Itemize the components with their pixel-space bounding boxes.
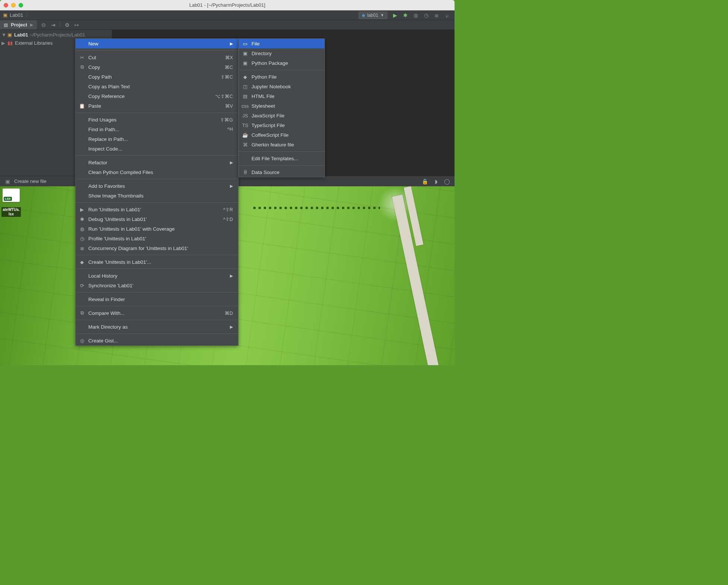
ctx-local-history[interactable]: Local History▶ — [76, 271, 238, 281]
ctx-run-unittests-in-lab01-with-coverage[interactable]: ◍Run 'Unittests in Lab01' with Coverage — [76, 224, 238, 234]
menu-item-label: Create 'Unittests in Lab01'... — [88, 259, 233, 265]
project-view-icon: ▤ — [4, 22, 8, 28]
run-config-label: lab01 — [367, 13, 378, 18]
ctx-synchronize-lab01[interactable]: ⟳Synchronize 'Lab01' — [76, 281, 238, 290]
ctx-cut[interactable]: ✂Cut⌘X — [76, 53, 238, 62]
project-root-node[interactable]: ▼ ▣ Lab01 ~/PycharmProjects/Lab01 — [0, 31, 112, 39]
expand-icon[interactable]: ▶ — [1, 39, 5, 47]
new-submenu[interactable]: ▭File▣Directory▣Python Package◆Python Fi… — [238, 38, 325, 177]
ctx-refactor[interactable]: Refactor▶ — [76, 158, 238, 167]
hide-tool-window-icon[interactable]: ↦ — [74, 22, 80, 28]
ctx-run-unittests-in-lab01[interactable]: ▶Run 'Unittests in Lab01'^⇧R — [76, 205, 238, 214]
menu-item-label: Add to Favorites — [88, 183, 216, 189]
ctx-profile-unittests-in-lab01[interactable]: ◷Profile 'Unittests in Lab01' — [76, 234, 238, 243]
new-python-file[interactable]: ◆Python File — [239, 72, 325, 82]
menu-item-label: Run 'Unittests in Lab01' with Coverage — [88, 226, 233, 232]
concurrency-action-icon[interactable]: ≣ — [434, 12, 440, 18]
scissors-icon: ✂ — [79, 55, 85, 60]
context-menu[interactable]: New▶✂Cut⌘X⧉Copy⌘CCopy Path⇧⌘CCopy as Pla… — [75, 38, 238, 346]
ctx-copy[interactable]: ⧉Copy⌘C — [76, 62, 238, 72]
ctx-show-image-thumbnails[interactable]: Show Image Thumbnails — [76, 191, 238, 200]
ctx-inspect-code[interactable]: Inspect Code... — [76, 144, 238, 154]
ctx-copy-reference[interactable]: Copy Reference⌥⇧⌘C — [76, 91, 238, 101]
ctx-replace-in-path[interactable]: Replace in Path... — [76, 134, 238, 144]
menu-divider — [239, 165, 325, 165]
debug-action-icon[interactable]: ✱ — [402, 12, 408, 18]
menu-item-label: Copy Reference — [88, 94, 201, 99]
run-action-icon[interactable]: ▶ — [392, 12, 398, 18]
new-jupyter-notebook[interactable]: ◫Jupyter Notebook — [239, 82, 325, 91]
ctx-create-unittests-in-lab01[interactable]: ◆Create 'Unittests in Lab01'... — [76, 257, 238, 267]
coverage-action-icon[interactable]: ◍ — [413, 12, 419, 18]
status-quick-access-icon[interactable]: ▣ — [4, 178, 10, 184]
new-html-file[interactable]: ▤HTML File — [239, 91, 325, 101]
menu-item-label: TypeScript File — [251, 123, 319, 128]
desktop-file-xlsx[interactable]: LSX — [1, 189, 22, 203]
menu-item-label: Edit File Templates... — [251, 156, 319, 161]
collapse-all-icon[interactable]: ⇥ — [50, 22, 56, 28]
close-window-button[interactable] — [4, 3, 8, 7]
ctx-copy-as-plain-text[interactable]: Copy as Plain Text — [76, 82, 238, 91]
ctx-new[interactable]: New▶ — [76, 39, 238, 48]
new-edit-file-templates[interactable]: Edit File Templates... — [239, 154, 325, 163]
menu-item-label: Compare With... — [88, 310, 211, 316]
menu-item-label: Stylesheet — [251, 103, 319, 109]
run-configuration-selector[interactable]: ◆ lab01 ▼ — [358, 12, 387, 19]
ctx-reveal-in-finder[interactable]: Reveal in Finder — [76, 294, 238, 304]
ctx-debug-unittests-in-lab01[interactable]: ✱Debug 'Unittests in Lab01'^⇧D — [76, 214, 238, 224]
window-controls — [4, 3, 23, 7]
new-gherkin-feature-file[interactable]: ⌘Gherkin feature file — [239, 140, 325, 149]
window-title: Lab01 - [~/PycharmProjects/Lab01] — [189, 2, 265, 8]
gist-icon: ◎ — [79, 338, 85, 344]
menu-divider — [76, 306, 238, 306]
project-root-name: Lab01 — [14, 32, 28, 38]
project-tool-tab[interactable]: ▤ Project ▶ — [0, 20, 37, 29]
py-icon: ◆ — [79, 259, 85, 265]
menu-item-label: Create Gist... — [88, 338, 233, 344]
cof-icon: ☕ — [242, 132, 249, 138]
profile-action-icon[interactable]: ◷ — [423, 12, 429, 18]
menu-item-label: Copy Path — [88, 74, 206, 80]
lock-icon[interactable]: 🔒 — [422, 178, 428, 184]
ctx-mark-directory-as[interactable]: Mark Directory as▶ — [76, 322, 238, 332]
search-icon[interactable]: ⌕ — [444, 12, 450, 18]
zoom-window-button[interactable] — [19, 3, 23, 7]
ctx-create-gist[interactable]: ◎Create Gist... — [76, 336, 238, 345]
new-javascript-file[interactable]: JSJavaScript File — [239, 111, 325, 120]
ctx-concurrency-diagram-for-unittests-in-lab01[interactable]: ≣Concurrency Diagram for 'Unittests in L… — [76, 243, 238, 253]
desktop-file-atewtus[interactable]: ateWTUs.lsx — [1, 207, 22, 217]
new-file[interactable]: ▭File — [239, 39, 325, 48]
new-typescript-file[interactable]: TSTypeScript File — [239, 120, 325, 130]
chevron-right-icon: ▶ — [230, 273, 233, 278]
menu-divider — [76, 50, 238, 51]
expand-icon[interactable]: ▼ — [1, 31, 5, 39]
new-directory[interactable]: ▣Directory — [239, 48, 325, 58]
gear-icon[interactable]: ⚙ — [64, 22, 70, 28]
js-icon: JS — [242, 113, 249, 118]
ctx-add-to-favorites[interactable]: Add to Favorites▶ — [76, 181, 238, 191]
menu-item-label: Mark Directory as — [88, 324, 216, 330]
menu-item-label: Jupyter Notebook — [251, 84, 319, 89]
file-icon: ▭ — [242, 41, 249, 47]
scroll-from-source-icon[interactable]: ⊙ — [41, 22, 47, 28]
menu-divider — [76, 269, 238, 269]
chevron-right-icon: ▶ — [230, 160, 233, 165]
bug-icon: ✱ — [79, 216, 85, 222]
breadcrumb[interactable]: ▣ Lab01 〉 — [3, 11, 31, 19]
ctx-find-usages[interactable]: Find Usages⇧⌘G — [76, 115, 238, 124]
new-stylesheet[interactable]: cssStylesheet — [239, 101, 325, 111]
new-data-source[interactable]: 🛢Data Source — [239, 167, 325, 177]
new-coffeescript-file[interactable]: ☕CoffeeScript File — [239, 130, 325, 140]
menu-item-label: HTML File — [251, 94, 319, 99]
ctx-paste[interactable]: 📋Paste⌘V — [76, 101, 238, 111]
menu-item-label: Copy as Plain Text — [88, 84, 233, 89]
feedback-icon[interactable]: ◯ — [444, 178, 450, 184]
minimize-window-button[interactable] — [11, 3, 16, 7]
db-icon: 🛢 — [242, 170, 249, 175]
ctx-find-in-path[interactable]: Find in Path...^H — [76, 124, 238, 134]
inspector-icon[interactable]: ◗ — [433, 178, 439, 184]
new-python-package[interactable]: ▣Python Package — [239, 58, 325, 68]
ctx-copy-path[interactable]: Copy Path⇧⌘C — [76, 72, 238, 82]
ctx-compare-with[interactable]: ⧉Compare With...⌘D — [76, 308, 238, 318]
ctx-clean-python-compiled-files[interactable]: Clean Python Compiled Files — [76, 167, 238, 177]
